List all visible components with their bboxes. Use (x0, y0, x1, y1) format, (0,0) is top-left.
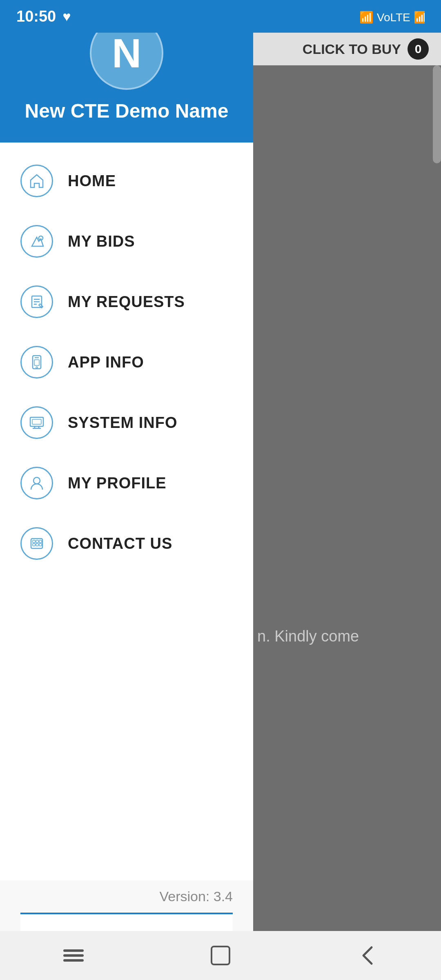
status-time: 10:50 (16, 8, 56, 25)
svg-rect-24 (63, 949, 84, 952)
version-text: Version: 3.4 (20, 889, 233, 904)
user-name: New CTE Demo Name (25, 100, 229, 122)
drawer-menu: HOME MY BIDS MY (0, 143, 253, 880)
home-button[interactable] (196, 939, 245, 972)
system-info-icon (20, 406, 53, 439)
svg-rect-19 (39, 540, 42, 543)
main-content-background: 🔍 CLICK TO BUY 0 n. Kindly come (245, 0, 441, 980)
svg-text:📶 VoLTE 📶: 📶 VoLTE 📶 (359, 11, 425, 24)
app-info-label: APP INFO (68, 354, 144, 371)
system-info-label: SYSTEM INFO (68, 414, 178, 432)
svg-point-7 (36, 367, 38, 368)
contact-us-icon (20, 527, 53, 560)
menu-button[interactable] (49, 939, 98, 972)
svg-rect-18 (36, 540, 38, 543)
menu-item-app-info[interactable]: APP INFO (0, 332, 253, 392)
svg-rect-20 (33, 543, 35, 546)
my-profile-label: MY PROFILE (68, 474, 167, 492)
menu-item-my-profile[interactable]: MY PROFILE (0, 453, 253, 513)
status-bar: 10:50 ♥ 📶 VoLTE 📶 (0, 0, 441, 33)
menu-item-contact-us[interactable]: CONTACT US (0, 513, 253, 574)
avatar-letter: N (112, 30, 141, 77)
partial-content-text: n. Kindly come (245, 619, 441, 653)
my-requests-label: MY REQUESTS (68, 293, 185, 311)
click-to-buy-bar[interactable]: CLICK TO BUY 0 (245, 33, 441, 65)
svg-rect-9 (34, 360, 39, 365)
profile-icon (20, 467, 53, 499)
menu-item-home[interactable]: HOME (0, 151, 253, 211)
svg-point-15 (33, 477, 40, 484)
bids-icon (20, 225, 53, 258)
signal-icons: 📶 VoLTE 📶 (359, 8, 425, 24)
svg-rect-17 (33, 540, 35, 543)
click-to-buy-label: CLICK TO BUY (303, 41, 401, 57)
my-bids-label: MY BIDS (68, 233, 135, 250)
svg-rect-22 (39, 543, 42, 546)
back-button[interactable] (343, 939, 392, 972)
navigation-drawer: N New CTE Demo Name HOME MY BIDS (0, 0, 253, 980)
heart-icon: ♥ (62, 9, 71, 24)
svg-rect-14 (32, 419, 41, 424)
contact-us-label: CONTACT US (68, 535, 172, 552)
status-left: 10:50 ♥ (16, 8, 71, 25)
svg-rect-27 (212, 947, 229, 964)
scroll-indicator (433, 65, 441, 163)
bottom-navigation (0, 931, 441, 980)
menu-item-system-info[interactable]: SYSTEM INFO (0, 392, 253, 453)
svg-rect-25 (63, 954, 84, 957)
svg-rect-21 (36, 543, 38, 546)
app-info-icon (20, 346, 53, 379)
menu-item-my-bids[interactable]: MY BIDS (0, 211, 253, 272)
home-label: HOME (68, 172, 116, 190)
requests-icon (20, 285, 53, 318)
status-right: 📶 VoLTE 📶 (359, 8, 425, 24)
home-icon (20, 165, 53, 197)
svg-rect-26 (63, 959, 84, 962)
menu-item-my-requests[interactable]: MY REQUESTS (0, 272, 253, 332)
buy-count-badge: 0 (408, 38, 429, 60)
